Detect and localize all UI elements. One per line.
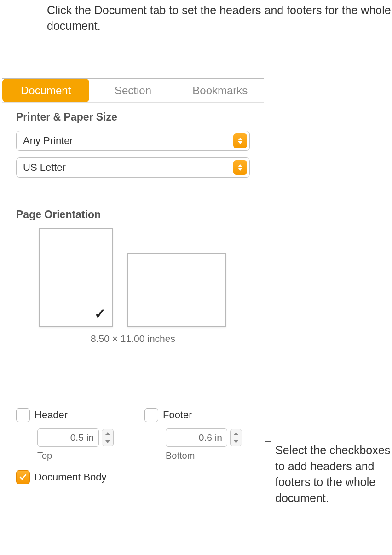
- document-inspector-panel: Document Section Bookmarks Printer & Pap…: [2, 78, 264, 552]
- paper-popup-value: US Letter: [23, 162, 66, 173]
- header-footer-row: Header Top Footer: [2, 408, 264, 461]
- stepper-up-icon[interactable]: [102, 429, 113, 438]
- tab-bar: Document Section Bookmarks: [2, 79, 264, 103]
- tab-bookmarks[interactable]: Bookmarks: [177, 79, 264, 102]
- orientation-title: Page Orientation: [16, 208, 250, 221]
- tab-section[interactable]: Section: [89, 79, 176, 102]
- footer-checkbox[interactable]: [144, 408, 158, 422]
- stepper-down-icon[interactable]: [231, 438, 242, 446]
- stepper-down-icon[interactable]: [102, 438, 113, 446]
- printer-popup[interactable]: Any Printer: [16, 131, 250, 151]
- paper-popup[interactable]: US Letter: [16, 157, 250, 178]
- header-label: Header: [35, 409, 68, 421]
- header-margin-stepper[interactable]: [102, 429, 114, 446]
- printer-paper-title: Printer & Paper Size: [16, 111, 250, 123]
- callout-checkboxes: Select the checkboxes to add headers and…: [275, 442, 392, 506]
- orientation-landscape[interactable]: [127, 253, 226, 327]
- tab-document[interactable]: Document: [2, 79, 89, 102]
- callout-bracket: [265, 441, 271, 466]
- footer-label: Footer: [163, 409, 192, 421]
- header-margin-input[interactable]: [37, 428, 99, 447]
- top-label: Top: [37, 451, 121, 461]
- document-body-label: Document Body: [35, 471, 107, 483]
- stepper-up-icon[interactable]: [231, 429, 242, 438]
- popup-stepper-icon: [233, 133, 247, 148]
- divider: [16, 394, 250, 394]
- callout-document-tab: Click the Document tab to set the header…: [47, 3, 392, 34]
- orientation-section: Page Orientation ✓ 8.50 × 11.00 inches: [2, 197, 264, 353]
- page-dimensions-label: 8.50 × 11.00 inches: [16, 333, 250, 344]
- footer-margin-stepper[interactable]: [230, 429, 242, 446]
- orientation-portrait[interactable]: ✓: [39, 228, 113, 327]
- printer-paper-section: Printer & Paper Size Any Printer US Lett…: [2, 103, 264, 192]
- header-checkbox[interactable]: [16, 408, 30, 422]
- popup-stepper-icon: [233, 160, 247, 175]
- printer-popup-value: Any Printer: [23, 135, 73, 147]
- check-icon: ✓: [94, 306, 106, 322]
- bottom-label: Bottom: [166, 451, 250, 461]
- footer-margin-input[interactable]: [166, 428, 227, 447]
- document-body-checkbox[interactable]: [16, 470, 30, 484]
